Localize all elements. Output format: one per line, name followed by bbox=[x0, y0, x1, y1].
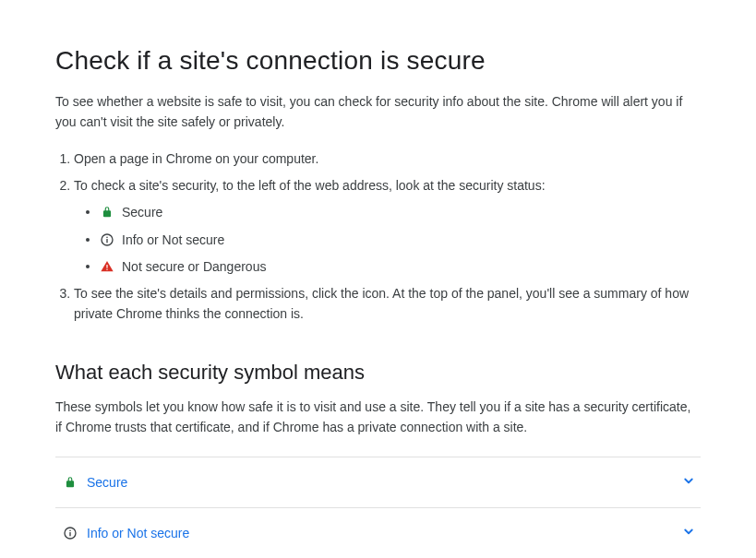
status-danger-item: Not secure or Dangerous bbox=[100, 255, 701, 277]
status-sublist: Secure Info or Not secure Not secure or … bbox=[74, 201, 701, 277]
step-3: To see the site's details and permission… bbox=[74, 283, 701, 325]
section2-intro: These symbols let you know how safe it i… bbox=[55, 398, 701, 437]
accordion-info-label: Info or Not secure bbox=[87, 526, 189, 540]
accordion-secure-label: Secure bbox=[87, 475, 127, 490]
status-info-item: Info or Not secure bbox=[100, 229, 701, 250]
status-info-label: Info or Not secure bbox=[122, 230, 224, 250]
accordion-item-secure[interactable]: Secure bbox=[55, 457, 701, 508]
status-secure-item: Secure bbox=[100, 201, 701, 222]
status-secure-label: Secure bbox=[122, 202, 162, 222]
chevron-down-icon bbox=[680, 472, 697, 493]
step-2-text: To check a site's security, to the left … bbox=[74, 178, 546, 193]
lock-icon bbox=[63, 475, 78, 490]
warning-icon bbox=[100, 259, 114, 274]
section2-heading: What each security symbol means bbox=[55, 361, 701, 385]
info-icon bbox=[100, 232, 114, 247]
intro-text: To see whether a website is safe to visi… bbox=[55, 92, 701, 132]
steps-list: Open a page in Chrome on your computer. … bbox=[55, 148, 701, 324]
status-danger-label: Not secure or Dangerous bbox=[122, 256, 266, 277]
info-icon bbox=[63, 526, 78, 540]
chevron-down-icon bbox=[680, 523, 697, 543]
page-title: Check if a site's connection is secure bbox=[55, 46, 701, 76]
accordion: Secure Info or Not secure Not secure or … bbox=[55, 457, 701, 558]
accordion-item-info[interactable]: Info or Not secure bbox=[55, 508, 701, 558]
lock-icon bbox=[100, 205, 114, 220]
step-1: Open a page in Chrome on your computer. bbox=[74, 148, 701, 169]
step-2: To check a site's security, to the left … bbox=[74, 175, 701, 278]
